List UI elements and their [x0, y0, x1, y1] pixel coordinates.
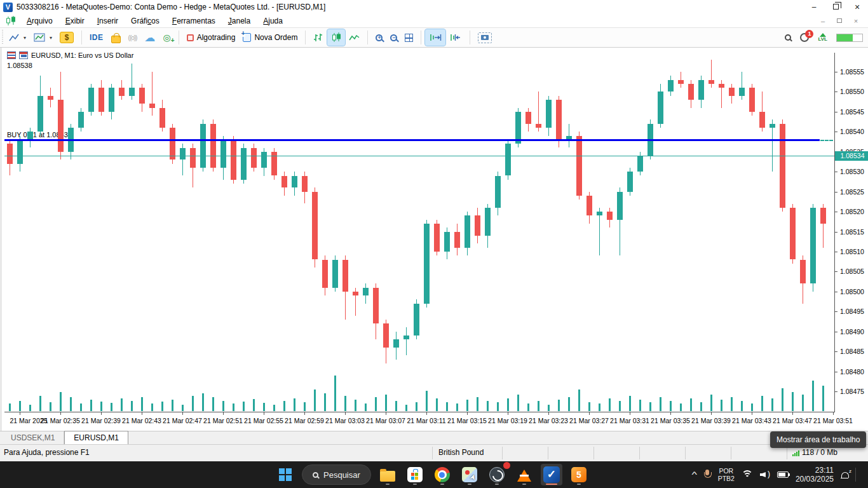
- line-chart-icon: [349, 33, 360, 42]
- tile-windows-button[interactable]: [401, 29, 417, 46]
- account-icon[interactable]: 1: [800, 33, 809, 42]
- zoom-out-button[interactable]: −: [386, 29, 401, 46]
- network-traffic: 118 / 0 Mb: [802, 448, 837, 457]
- battery-icon[interactable]: [777, 471, 789, 478]
- chrome-icon[interactable]: [431, 464, 453, 485]
- menu-ajuda[interactable]: Ajuda: [257, 15, 289, 27]
- divider: [470, 30, 470, 44]
- chart-shift-icon: [449, 33, 462, 43]
- add-signal-button[interactable]: +◎: [159, 29, 174, 46]
- tab-eurusd[interactable]: EURUSD,M1: [64, 431, 128, 444]
- restore-button[interactable]: [825, 1, 846, 13]
- microphone-icon[interactable]: [703, 470, 711, 480]
- level-indicator[interactable]: LVL: [818, 33, 827, 42]
- title-bar: V 5033308216 - MetaQuotes-Demo: Conta De…: [0, 0, 868, 14]
- symbol-description: British Pound: [438, 448, 484, 457]
- lvl-label: LVL: [818, 37, 827, 42]
- status-bar: Para Ajuda, pressione F1 British Pound 1…: [0, 444, 868, 461]
- chart-area[interactable]: EURUSD, M1: Euro vs US Dollar 1.08538 BU…: [0, 48, 868, 431]
- language-indicator[interactable]: PORPTB2: [718, 467, 735, 482]
- chart-restore-button[interactable]: [831, 18, 848, 23]
- windows-logo-icon: [279, 468, 292, 481]
- candlestick-mode-button[interactable]: [327, 29, 345, 46]
- menu-ferramentas[interactable]: Ferramentas: [166, 15, 222, 27]
- taskbar-search[interactable]: Pesquisar: [302, 464, 371, 485]
- signals-button[interactable]: ((o)): [125, 29, 141, 46]
- price-axis-line: [834, 53, 835, 412]
- restore-icon: [833, 4, 839, 10]
- menu-inserir[interactable]: Inserir: [91, 15, 125, 27]
- speaker-icon[interactable]: ): [760, 470, 770, 479]
- divider: [421, 30, 421, 44]
- vlc-icon[interactable]: [513, 464, 535, 485]
- metatrader5-icon[interactable]: ✓: [541, 464, 562, 485]
- menu-exibir[interactable]: Exibir: [59, 15, 91, 27]
- auto-scroll-button[interactable]: [425, 29, 445, 46]
- resource-progress-bar: [836, 34, 863, 42]
- indicator-chart-icon: [34, 33, 45, 43]
- bid-price-line: [4, 156, 834, 156]
- divider: [502, 447, 503, 459]
- search-icon: [313, 472, 318, 478]
- mql5-app-icon[interactable]: 5: [568, 464, 590, 485]
- divider: [855, 468, 856, 482]
- toolbar: ▾ ▾ $ IDE ((o)) ☁ +◎ Algotrading Nova Or…: [0, 27, 868, 48]
- window-title: 5033308216 - MetaQuotes-Demo: Conta Demo…: [17, 3, 325, 11]
- radar-plus-icon: +◎: [163, 32, 170, 43]
- market-button[interactable]: [107, 29, 125, 46]
- buy-position-line[interactable]: [4, 139, 820, 141]
- ide-button[interactable]: IDE: [86, 29, 107, 46]
- divider: [305, 30, 306, 44]
- file-explorer-icon[interactable]: [377, 464, 398, 485]
- vps-cloud-button[interactable]: ☁: [140, 29, 159, 46]
- screenshot-button[interactable]: [474, 29, 496, 46]
- notifications-bell-icon[interactable]: z: [841, 471, 848, 478]
- recording-badge: [503, 462, 510, 469]
- start-button[interactable]: [275, 464, 296, 485]
- algotrading-button[interactable]: Algotrading: [183, 29, 240, 46]
- connection-bars-icon: [792, 451, 799, 456]
- menu-arquivo[interactable]: Arquivo: [20, 15, 59, 27]
- chart-minimize-button[interactable]: –: [815, 17, 831, 25]
- screen-share-app-icon[interactable]: ➤: [459, 464, 480, 485]
- line-studies-button[interactable]: ▾: [5, 29, 30, 46]
- search-icon[interactable]: [785, 34, 791, 41]
- new-order-button[interactable]: Nova Ordem: [239, 29, 301, 46]
- dollar-icon: $: [60, 32, 74, 43]
- chevron-down-icon: ▾: [24, 35, 26, 41]
- volume-bars: [2, 48, 834, 431]
- microsoft-store-icon[interactable]: [404, 464, 426, 485]
- close-button[interactable]: ×: [846, 1, 868, 13]
- wifi-icon[interactable]: [742, 470, 753, 479]
- tab-usdsek[interactable]: USDSEK,M1: [2, 431, 64, 444]
- tray-chevron-up-icon[interactable]: ^: [692, 470, 697, 479]
- help-hint: Para Ajuda, pressione F1: [4, 448, 90, 457]
- clock[interactable]: 23:1120/03/2025: [796, 466, 834, 484]
- minimize-button[interactable]: –: [803, 1, 825, 13]
- shopping-bag-icon: [111, 36, 121, 43]
- chart-shift-button[interactable]: [445, 29, 466, 46]
- toolbar-grip: [2, 30, 3, 45]
- zoom-in-button[interactable]: +: [372, 29, 386, 46]
- trendline-icon: [9, 33, 19, 42]
- ide-label: IDE: [90, 33, 104, 42]
- menu-graficos[interactable]: Gráficos: [125, 15, 166, 27]
- obs-studio-icon[interactable]: [486, 464, 508, 485]
- divider: [548, 447, 548, 459]
- signals-icon: ((o)): [128, 34, 137, 41]
- camera-icon: [478, 32, 492, 43]
- tile-windows-icon: [405, 34, 413, 42]
- zoom-out-icon: −: [390, 34, 397, 41]
- bar-chart-mode-button[interactable]: [309, 29, 327, 46]
- buy-line-dashes: [820, 140, 833, 141]
- menu-janela[interactable]: Janela: [222, 15, 257, 27]
- new-order-label: Nova Ordem: [254, 33, 297, 42]
- chart-close-button[interactable]: ×: [848, 17, 864, 25]
- line-chart-mode-button[interactable]: [345, 29, 363, 46]
- indicators-button[interactable]: ▾: [30, 29, 56, 46]
- auto-scroll-icon: [429, 33, 442, 43]
- divider: [593, 447, 594, 459]
- deposit-button[interactable]: $: [56, 29, 78, 46]
- chart-restore-icon: [837, 18, 842, 23]
- show-desktop-tooltip: Mostrar área de trabalho: [770, 431, 866, 448]
